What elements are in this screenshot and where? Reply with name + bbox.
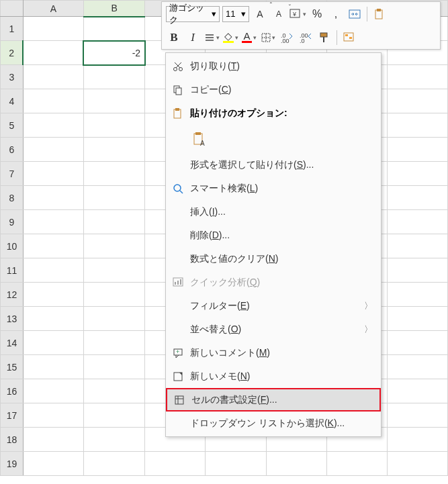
cell[interactable] [387, 331, 447, 355]
cell[interactable] [23, 331, 83, 355]
row-header[interactable]: 17 [1, 403, 24, 428]
decrease-font-icon[interactable]: A [271, 6, 287, 22]
cell[interactable] [387, 428, 447, 452]
menu-new-note[interactable]: 新しいメモ(N) [166, 365, 381, 388]
cell[interactable] [23, 428, 83, 452]
row-header[interactable]: 6 [1, 138, 24, 162]
cell[interactable] [83, 186, 144, 210]
accounting-format-icon[interactable]: ¥▾ [289, 6, 306, 22]
cell[interactable] [387, 138, 447, 162]
cell[interactable] [23, 379, 83, 403]
cell[interactable] [387, 355, 447, 379]
cell[interactable] [23, 210, 83, 234]
cell[interactable] [23, 113, 83, 138]
cell[interactable] [83, 307, 144, 331]
row-header[interactable]: 10 [1, 234, 24, 258]
cell[interactable] [83, 428, 144, 452]
cell[interactable] [23, 283, 83, 307]
row-header[interactable]: 11 [1, 258, 24, 283]
merge-center-icon[interactable] [347, 6, 363, 22]
cell[interactable] [23, 258, 83, 283]
percent-icon[interactable]: % [309, 6, 325, 22]
font-name-select[interactable]: 游ゴシック▾ [166, 6, 220, 22]
font-size-select[interactable]: 11▾ [222, 6, 249, 22]
row-header[interactable]: 14 [1, 331, 24, 355]
row-header[interactable]: 18 [1, 428, 24, 452]
cell[interactable] [83, 113, 144, 138]
menu-dropdown-list[interactable]: ドロップダウン リストから選択(K)... [166, 412, 381, 435]
cell[interactable] [23, 138, 83, 162]
cell[interactable] [326, 452, 387, 476]
menu-cut[interactable]: 切り取り(T) [166, 54, 381, 78]
cell[interactable] [83, 452, 144, 476]
cell[interactable] [83, 379, 144, 403]
active-cell-b2[interactable]: -2 [83, 41, 144, 65]
cell[interactable] [83, 138, 144, 162]
row-header[interactable]: 8 [1, 186, 24, 210]
cell[interactable] [387, 113, 447, 138]
menu-delete[interactable]: 削除(D)... [166, 224, 381, 247]
cell[interactable] [387, 403, 447, 428]
row-header[interactable]: 4 [1, 89, 24, 113]
cell[interactable] [23, 17, 83, 41]
cell[interactable] [387, 89, 447, 113]
menu-paste-special[interactable]: 形式を選択して貼り付け(S)... [166, 153, 381, 177]
paste-option-standard[interactable]: A [190, 129, 210, 149]
row-header[interactable]: 3 [1, 65, 24, 89]
row-header[interactable]: 2 [1, 41, 24, 65]
increase-decimal-icon[interactable]: .0.00 [279, 30, 295, 46]
col-header-b[interactable]: B [83, 1, 144, 17]
cell[interactable] [23, 162, 83, 186]
cell[interactable] [83, 283, 144, 307]
cell[interactable] [387, 186, 447, 210]
cell[interactable] [23, 65, 83, 89]
conditional-format-icon[interactable] [341, 30, 357, 46]
cell[interactable] [83, 162, 144, 186]
menu-sort[interactable]: 並べ替え(O) 〉 [166, 318, 381, 341]
increase-font-icon[interactable]: A [252, 6, 268, 22]
col-header-a[interactable]: A [23, 1, 83, 17]
font-color-icon[interactable]: A▾ [241, 30, 257, 46]
align-icon[interactable]: ▾ [204, 30, 220, 46]
cell[interactable] [83, 234, 144, 258]
menu-smart-lookup[interactable]: スマート検索(L) [166, 177, 381, 200]
cell[interactable] [387, 452, 447, 476]
menu-new-comment[interactable]: + 新しいコメント(M) [166, 341, 381, 365]
cell[interactable] [387, 283, 447, 307]
row-header[interactable]: 13 [1, 307, 24, 331]
cell[interactable] [23, 41, 83, 65]
row-header[interactable]: 12 [1, 283, 24, 307]
row-header[interactable]: 5 [1, 113, 24, 138]
cell[interactable] [83, 65, 144, 89]
decrease-decimal-icon[interactable]: .00.0 [298, 30, 314, 46]
bold-button[interactable]: B [166, 30, 182, 46]
cell[interactable] [387, 234, 447, 258]
cell[interactable] [83, 17, 144, 41]
row-header[interactable]: 16 [1, 379, 24, 403]
borders-icon[interactable]: ▾ [260, 30, 276, 46]
clipboard-icon[interactable] [371, 6, 388, 22]
cell[interactable] [387, 65, 447, 89]
cell[interactable] [23, 89, 83, 113]
cell[interactable] [387, 379, 447, 403]
row-header[interactable]: 1 [1, 17, 24, 41]
cell[interactable] [23, 355, 83, 379]
select-all-corner[interactable] [1, 1, 24, 17]
menu-copy[interactable]: コピー(C) [166, 78, 381, 101]
cell[interactable] [387, 258, 447, 283]
cell[interactable] [23, 186, 83, 210]
cell[interactable] [387, 210, 447, 234]
cell[interactable] [387, 162, 447, 186]
menu-filter[interactable]: フィルター(E) 〉 [166, 294, 381, 318]
cell[interactable] [145, 452, 206, 476]
row-header[interactable]: 7 [1, 162, 24, 186]
cell[interactable] [23, 234, 83, 258]
menu-format-cells[interactable]: セルの書式設定(F)... [166, 388, 381, 412]
row-header[interactable]: 19 [1, 452, 24, 476]
cell[interactable] [83, 331, 144, 355]
comma-icon[interactable]: , [328, 6, 344, 22]
cell[interactable] [83, 258, 144, 283]
cell[interactable] [23, 452, 83, 476]
format-painter-icon[interactable] [316, 30, 332, 46]
italic-button[interactable]: I [185, 30, 201, 46]
